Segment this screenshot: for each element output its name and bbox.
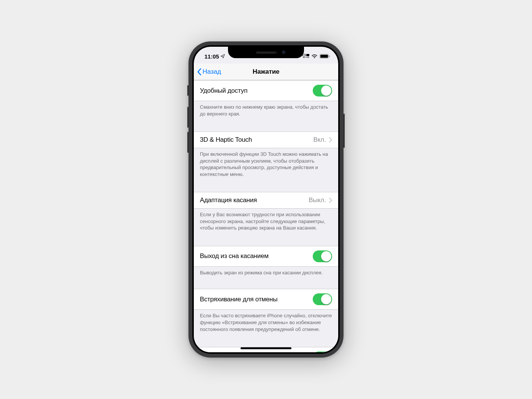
battery-icon xyxy=(320,54,330,59)
silent-switch xyxy=(187,85,188,96)
switch-shake-to-undo[interactable] xyxy=(313,293,332,305)
footer-tap-to-wake: Выводить экран из режима сна при касании… xyxy=(194,267,338,282)
svg-rect-8 xyxy=(329,55,330,57)
footer-accommodations: Если у Вас возникают трудности при испол… xyxy=(194,209,338,238)
location-icon xyxy=(220,54,225,59)
nav-title: Нажатие xyxy=(253,68,279,76)
stage: 11:05 xyxy=(0,0,532,399)
power-button xyxy=(344,114,345,148)
switch-reachability[interactable] xyxy=(313,85,332,97)
row-value: Выкл. xyxy=(309,196,326,204)
nav-bar: Назад Нажатие xyxy=(194,63,338,80)
row-touch-accommodations[interactable]: Адаптация касания Выкл. xyxy=(194,192,338,209)
notch xyxy=(228,47,304,58)
row-tap-to-wake[interactable]: Выход из сна касанием xyxy=(194,246,338,267)
svg-point-5 xyxy=(308,57,309,58)
svg-point-3 xyxy=(304,57,305,58)
footer-reachability: Смахните вниз по нижнему краю экрана, чт… xyxy=(194,101,338,124)
chevron-right-icon xyxy=(329,137,332,142)
svg-point-4 xyxy=(307,57,307,58)
footer-shake-to-undo: Если Вы часто встряхиваете iPhone случай… xyxy=(194,310,338,339)
row-label: Встряхивание для отмены xyxy=(200,296,277,303)
wifi-icon xyxy=(311,54,318,59)
svg-rect-7 xyxy=(320,55,328,58)
settings-content[interactable]: Удобный доступ Смахните вниз по нижнему … xyxy=(194,80,338,352)
back-button[interactable]: Назад xyxy=(197,63,221,80)
screen: 11:05 xyxy=(194,47,338,352)
row-reachability[interactable]: Удобный доступ xyxy=(194,80,338,101)
row-label: Удобный доступ xyxy=(200,87,247,95)
volume-down-button xyxy=(187,132,188,153)
row-3d-haptic[interactable]: 3D & Haptic Touch Вкл. xyxy=(194,131,338,148)
home-indicator[interactable] xyxy=(241,347,291,349)
speaker-grill xyxy=(256,51,276,54)
row-value: Вкл. xyxy=(313,136,326,144)
volume-up-button xyxy=(187,107,188,128)
svg-rect-1 xyxy=(306,54,309,56)
switch-tap-to-wake[interactable] xyxy=(313,250,332,262)
front-camera xyxy=(282,51,286,54)
chevron-right-icon xyxy=(329,198,332,203)
row-label: 3D & Haptic Touch xyxy=(200,136,252,144)
phone-frame: 11:05 xyxy=(188,41,344,358)
back-label: Назад xyxy=(203,68,221,76)
row-label: Адаптация касания xyxy=(200,196,257,204)
svg-point-2 xyxy=(303,57,304,58)
control-center-icon xyxy=(302,54,309,59)
status-time: 11:05 xyxy=(204,53,219,60)
switch-vibration[interactable] xyxy=(313,352,332,352)
chevron-left-icon xyxy=(197,68,201,76)
row-label: Выход из сна касанием xyxy=(200,252,269,260)
svg-rect-0 xyxy=(303,54,306,56)
prox-sensor xyxy=(275,51,277,54)
row-shake-to-undo[interactable]: Встряхивание для отмены xyxy=(194,289,338,310)
footer-3d-haptic: При включенной функции 3D Touch можно на… xyxy=(194,148,338,184)
